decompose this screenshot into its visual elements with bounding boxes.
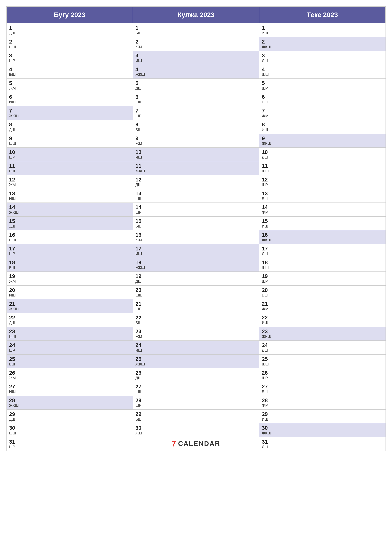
cell-31-3: 31ДШ <box>259 437 385 451</box>
day-number: 8 <box>135 122 257 127</box>
cell-15-3: 15ИШ <box>259 216 385 230</box>
cell-25-2: 25ЖКШ <box>133 354 259 368</box>
day-label: БШ <box>262 293 383 298</box>
day-label: ДШ <box>9 31 130 36</box>
day-number: 29 <box>9 411 130 417</box>
day-label: ЖКШ <box>135 265 257 270</box>
day-number: 28 <box>135 397 257 403</box>
day-number: 19 <box>262 273 383 279</box>
day-label: ДШ <box>135 183 257 187</box>
day-label: ИШ <box>9 293 130 298</box>
cell-16-1: 16ШШ <box>7 230 133 244</box>
cell-20-1: 20ИШ <box>7 285 133 299</box>
cell-31-2: 7 CALENDAR <box>133 437 259 451</box>
day-number: 10 <box>135 149 257 155</box>
day-number: 8 <box>9 122 130 127</box>
day-number: 3 <box>135 52 257 58</box>
day-number: 9 <box>9 135 130 141</box>
cell-3-3: 3ДШ <box>259 51 385 65</box>
day-label: БШ <box>135 224 257 229</box>
col-header-2: Кулжа 2023 <box>133 7 259 23</box>
day-number: 17 <box>135 246 257 252</box>
day-number: 21 <box>9 301 130 307</box>
table-row: 8ДШ8БШ8ИШ <box>7 120 385 134</box>
cell-10-2: 10ИШ <box>133 147 259 161</box>
day-number: 31 <box>262 439 383 445</box>
day-number: 24 <box>9 342 130 348</box>
day-label: ИШ <box>135 348 257 353</box>
cell-25-1: 25БШ <box>7 354 133 368</box>
day-number: 25 <box>9 356 130 362</box>
col-header-3: Теке 2023 <box>259 7 385 23</box>
day-number: 1 <box>9 25 130 31</box>
cell-13-1: 13ИШ <box>7 189 133 203</box>
cell-8-1: 8ДШ <box>7 120 133 134</box>
day-number: 7 <box>262 108 383 114</box>
day-label: ЖМ <box>262 114 383 118</box>
day-label: ШР <box>9 445 130 449</box>
cell-21-3: 21ЖМ <box>259 299 385 313</box>
day-number: 16 <box>262 232 383 238</box>
cell-10-1: 10ШР <box>7 147 133 161</box>
day-label: ЖКШ <box>9 114 130 118</box>
cell-17-1: 17ШР <box>7 244 133 258</box>
table-row: 24ШР24ИШ24ДШ <box>7 341 385 354</box>
day-number: 26 <box>9 370 130 376</box>
cell-26-1: 26ЖМ <box>7 368 133 382</box>
cell-31-1: 31ШР <box>7 437 133 451</box>
cell-21-1: 21ЖКШ <box>7 299 133 313</box>
cell-4-1: 4БШ <box>7 65 133 79</box>
day-number: 27 <box>135 384 257 389</box>
day-label: ШР <box>135 307 257 311</box>
cell-16-2: 16ЖМ <box>133 230 259 244</box>
cell-27-2: 27ШШ <box>133 382 259 396</box>
cell-13-3: 13БШ <box>259 189 385 203</box>
table-row: 11БШ11ЖКШ11ШШ <box>7 161 385 175</box>
day-label: БШ <box>135 321 257 325</box>
day-label: ДШ <box>262 348 383 353</box>
day-number: 30 <box>262 425 383 431</box>
day-label: ШШ <box>9 335 130 339</box>
cell-17-2: 17ИШ <box>133 244 259 258</box>
day-label: ШР <box>262 183 383 187</box>
table-row: 30ШШ30ЖМ30ЖКШ <box>7 423 385 437</box>
day-label: ИШ <box>9 197 130 201</box>
calendar-table: Бугу 2023 Кулжа 2023 Теке 2023 1ДШ1БШ1ИШ… <box>6 6 386 451</box>
header-row: Бугу 2023 Кулжа 2023 Теке 2023 <box>7 7 385 23</box>
table-row: 26ЖМ26ДШ26ШР <box>7 368 385 382</box>
day-label: ЖМ <box>9 86 130 91</box>
cell-23-2: 23ЖМ <box>133 327 259 341</box>
day-number: 12 <box>262 177 383 183</box>
cell-26-3: 26ШР <box>259 368 385 382</box>
cell-12-3: 12ШР <box>259 175 385 189</box>
day-number: 1 <box>262 25 383 31</box>
day-label: ИШ <box>262 417 383 422</box>
cell-9-3: 9ЖКШ <box>259 134 385 147</box>
day-label: ЖКШ <box>262 141 383 146</box>
day-label: ИШ <box>262 31 383 36</box>
cell-16-3: 16ЖКШ <box>259 230 385 244</box>
day-label: ИШ <box>135 252 257 256</box>
day-number: 28 <box>9 397 130 403</box>
cell-25-3: 25ШШ <box>259 354 385 368</box>
day-number: 20 <box>9 287 130 293</box>
cell-23-3: 23ЖКШ <box>259 327 385 341</box>
table-row: 16ШШ16ЖМ16ЖКШ <box>7 230 385 244</box>
day-number: 2 <box>262 39 383 45</box>
day-label: ЖКШ <box>262 335 383 339</box>
cell-15-1: 15ДШ <box>7 216 133 230</box>
table-row: 21ЖКШ21ШР21ЖМ <box>7 299 385 313</box>
cell-14-3: 14ЖМ <box>259 203 385 216</box>
logo-number: 7 <box>172 439 176 448</box>
day-number: 11 <box>9 163 130 169</box>
day-number: 15 <box>135 218 257 224</box>
day-number: 9 <box>135 135 257 141</box>
day-label: ДШ <box>135 86 257 91</box>
day-label: ШШ <box>262 265 383 270</box>
cell-1-3: 1ИШ <box>259 23 385 37</box>
day-number: 25 <box>135 356 257 362</box>
cell-30-2: 30ЖМ <box>133 423 259 437</box>
table-row: 12ЖМ12ДШ12ШР <box>7 175 385 189</box>
day-label: ШР <box>9 58 130 63</box>
cell-28-2: 28ШР <box>133 396 259 410</box>
